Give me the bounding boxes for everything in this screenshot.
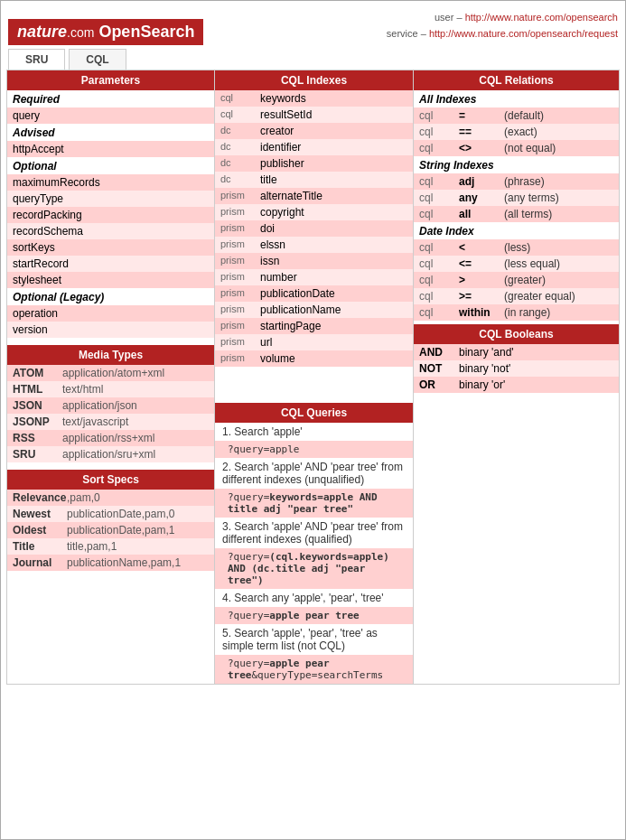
- media-html-type: HTML: [13, 383, 62, 396]
- sort-journal: Journal publicationName,pam,1: [7, 555, 214, 571]
- service-label: service –: [387, 28, 426, 39]
- idx-dc-publisher: dcpublisher: [215, 155, 413, 172]
- required-label: Required: [7, 90, 214, 107]
- idx-prism-alttitle: prismalternateTitle: [215, 188, 413, 204]
- date-index-label: Date Index: [414, 222, 619, 239]
- tab-cql[interactable]: CQL: [69, 49, 126, 70]
- idx-prism-number: prismnumber: [215, 269, 413, 285]
- media-jsonp-val: text/javascript: [62, 415, 209, 428]
- rel-gt: cql>(greater): [414, 272, 619, 288]
- media-rss-type: RSS: [13, 432, 62, 444]
- sort-specs-header: Sort Specs: [7, 470, 214, 490]
- param-httpaccept: httpAccept: [7, 141, 214, 157]
- sort-title-label: Title: [13, 540, 67, 553]
- idx-prism-copyright: prismcopyright: [215, 204, 413, 220]
- param-startrecord: startRecord: [7, 256, 214, 272]
- idx-cql-keywords: cqlkeywords: [215, 90, 413, 107]
- bool-or: ORbinary 'or': [414, 377, 619, 393]
- media-rss: RSS application/rss+xml: [7, 430, 214, 446]
- query-2-code: ?query=keywords=apple AND title adj "pea…: [215, 489, 413, 518]
- idx-prism-volume: prismvolume: [215, 350, 413, 367]
- media-html: HTML text/html: [7, 381, 214, 397]
- media-types-header: Media Types: [7, 345, 214, 365]
- user-url[interactable]: http://www.nature.com/opensearch: [465, 12, 618, 23]
- idx-cql-resultsetid: cqlresultSetId: [215, 107, 413, 123]
- media-sru-val: application/sru+xml: [62, 448, 209, 461]
- cql-queries-header: CQL Queries: [215, 403, 413, 423]
- idx-prism-issn: prismissn: [215, 253, 413, 269]
- query-5-code: ?query=apple pear tree&queryType=searchT…: [215, 655, 413, 684]
- advised-label: Advised: [7, 124, 214, 141]
- tab-sru[interactable]: SRU: [8, 49, 65, 70]
- param-query: query: [7, 107, 214, 124]
- cql-relations-header: CQL Relations: [414, 70, 619, 90]
- param-querytype: queryType: [7, 191, 214, 207]
- rel-gte: cql>=(greater equal): [414, 288, 619, 304]
- media-json-val: application/json: [62, 399, 209, 412]
- param-recordschema: recordSchema: [7, 223, 214, 239]
- sort-title-val: title,pam,1: [67, 540, 209, 553]
- page-header: nature.com OpenSearch user – http://www.…: [1, 1, 625, 45]
- logo-opensearch: OpenSearch: [98, 23, 194, 42]
- query-3-desc: 3. Search 'apple' AND 'pear tree' from d…: [215, 518, 413, 548]
- idx-dc-identifier: dcidentifier: [215, 139, 413, 155]
- param-maxrecords: maximumRecords: [7, 174, 214, 191]
- params-header: Parameters: [7, 70, 214, 90]
- cql-indexes-header: CQL Indexes: [215, 70, 413, 90]
- sort-relevance: Relevance ,pam,0: [7, 490, 214, 506]
- all-indexes-label: All Indexes: [414, 90, 619, 107]
- sort-newest-label: Newest: [13, 508, 67, 520]
- header-links: user – http://www.nature.com/opensearch …: [203, 6, 618, 45]
- sort-oldest-val: publicationDate,pam,1: [67, 524, 209, 537]
- col-cql-relations: CQL Relations All Indexes cql=(default) …: [414, 70, 619, 684]
- rel-eq: cql=(default): [414, 107, 619, 124]
- idx-prism-url: prismurl: [215, 334, 413, 350]
- param-recordpacking: recordPacking: [7, 207, 214, 223]
- query-4-desc: 4. Search any 'apple', 'pear', 'tree': [215, 589, 413, 607]
- main-content: Parameters Required query Advised httpAc…: [6, 70, 620, 685]
- query-1-code: ?query=apple: [215, 441, 413, 458]
- sort-newest: Newest publicationDate,pam,0: [7, 506, 214, 522]
- rel-adj: cqladj(phrase): [414, 173, 619, 190]
- rel-eqeq: cql==(exact): [414, 124, 619, 140]
- media-sru-type: SRU: [13, 448, 62, 461]
- media-json-type: JSON: [13, 399, 62, 412]
- user-label: user –: [434, 12, 462, 23]
- param-stylesheet: stylesheet: [7, 272, 214, 288]
- service-url[interactable]: http://www.nature.com/opensearch/request: [429, 28, 618, 39]
- idx-prism-pubdate: prismpublicationDate: [215, 285, 413, 302]
- cql-booleans-header: CQL Booleans: [414, 324, 619, 344]
- bool-and: ANDbinary 'and': [414, 344, 619, 360]
- idx-dc-title: dctitle: [215, 172, 413, 188]
- sort-oldest: Oldest publicationDate,pam,1: [7, 522, 214, 538]
- media-atom-type: ATOM: [13, 367, 62, 379]
- rel-within: cqlwithin(in range): [414, 304, 619, 321]
- param-sortkeys: sortKeys: [7, 239, 214, 256]
- sort-title: Title title,pam,1: [7, 538, 214, 555]
- logo: nature.com OpenSearch: [8, 19, 203, 45]
- param-operation: operation: [7, 305, 214, 322]
- query-5-desc: 5. Search 'apple', 'pear', 'tree' as sim…: [215, 624, 413, 655]
- sort-journal-val: publicationName,pam,1: [67, 556, 209, 569]
- rel-lte: cql<=(less equal): [414, 256, 619, 272]
- media-json: JSON application/json: [7, 397, 214, 414]
- col-params: Parameters Required query Advised httpAc…: [7, 70, 215, 684]
- media-atom: ATOM application/atom+xml: [7, 365, 214, 381]
- media-atom-val: application/atom+xml: [62, 367, 209, 379]
- idx-prism-startpage: prismstartingPage: [215, 318, 413, 334]
- optional-label: Optional: [7, 157, 214, 174]
- col-cql-indexes: CQL Indexes cqlkeywords cqlresultSetId d…: [215, 70, 414, 684]
- query-1-desc: 1. Search 'apple': [215, 423, 413, 441]
- idx-prism-elssn: prismelssn: [215, 237, 413, 253]
- media-jsonp-type: JSONP: [13, 415, 62, 428]
- query-4-code: ?query=apple pear tree: [215, 607, 413, 624]
- sort-journal-label: Journal: [13, 556, 67, 569]
- rel-all: cqlall(all terms): [414, 206, 619, 222]
- rel-any: cqlany(any terms): [414, 190, 619, 206]
- optional-legacy-label: Optional (Legacy): [7, 288, 214, 305]
- sort-newest-val: publicationDate,pam,0: [67, 508, 209, 520]
- logo-com: .com: [67, 25, 94, 40]
- sort-relevance-val: ,pam,0: [67, 491, 209, 504]
- logo-nature: nature: [17, 23, 67, 42]
- media-sru: SRU application/sru+xml: [7, 446, 214, 462]
